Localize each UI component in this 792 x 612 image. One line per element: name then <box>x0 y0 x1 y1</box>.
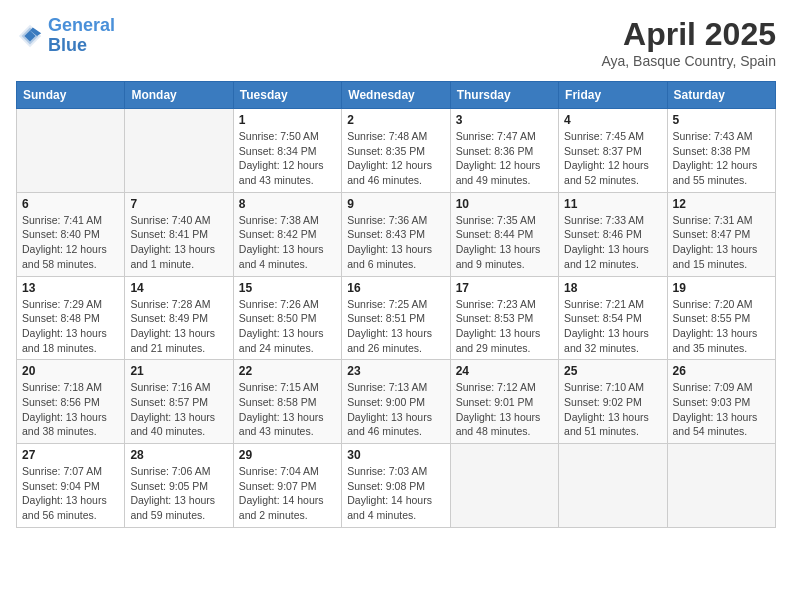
sunset: Sunset: 8:51 PM <box>347 312 425 324</box>
daylight: Daylight: 13 hours and 51 minutes. <box>564 411 649 438</box>
logo-blue: Blue <box>48 35 87 55</box>
sunrise: Sunrise: 7:50 AM <box>239 130 319 142</box>
calendar-cell: 14 Sunrise: 7:28 AM Sunset: 8:49 PM Dayl… <box>125 276 233 360</box>
day-info: Sunrise: 7:28 AM Sunset: 8:49 PM Dayligh… <box>130 297 227 356</box>
logo-icon <box>16 22 44 50</box>
logo-text: General Blue <box>48 16 115 56</box>
day-number: 25 <box>564 364 661 378</box>
daylight: Daylight: 13 hours and 1 minute. <box>130 243 215 270</box>
daylight: Daylight: 13 hours and 48 minutes. <box>456 411 541 438</box>
sunset: Sunset: 8:53 PM <box>456 312 534 324</box>
calendar-cell: 19 Sunrise: 7:20 AM Sunset: 8:55 PM Dayl… <box>667 276 775 360</box>
day-info: Sunrise: 7:12 AM Sunset: 9:01 PM Dayligh… <box>456 380 553 439</box>
sunset: Sunset: 8:35 PM <box>347 145 425 157</box>
calendar-week-row: 1 Sunrise: 7:50 AM Sunset: 8:34 PM Dayli… <box>17 109 776 193</box>
calendar-cell: 12 Sunrise: 7:31 AM Sunset: 8:47 PM Dayl… <box>667 192 775 276</box>
daylight: Daylight: 14 hours and 2 minutes. <box>239 494 324 521</box>
daylight: Daylight: 13 hours and 18 minutes. <box>22 327 107 354</box>
sunset: Sunset: 8:40 PM <box>22 228 100 240</box>
day-info: Sunrise: 7:36 AM Sunset: 8:43 PM Dayligh… <box>347 213 444 272</box>
daylight: Daylight: 13 hours and 46 minutes. <box>347 411 432 438</box>
sunrise: Sunrise: 7:23 AM <box>456 298 536 310</box>
calendar-cell: 17 Sunrise: 7:23 AM Sunset: 8:53 PM Dayl… <box>450 276 558 360</box>
calendar-cell <box>17 109 125 193</box>
calendar-cell: 5 Sunrise: 7:43 AM Sunset: 8:38 PM Dayli… <box>667 109 775 193</box>
calendar-cell: 4 Sunrise: 7:45 AM Sunset: 8:37 PM Dayli… <box>559 109 667 193</box>
calendar-week-row: 20 Sunrise: 7:18 AM Sunset: 8:56 PM Dayl… <box>17 360 776 444</box>
daylight: Daylight: 13 hours and 54 minutes. <box>673 411 758 438</box>
day-info: Sunrise: 7:33 AM Sunset: 8:46 PM Dayligh… <box>564 213 661 272</box>
daylight: Daylight: 12 hours and 52 minutes. <box>564 159 649 186</box>
calendar-cell: 22 Sunrise: 7:15 AM Sunset: 8:58 PM Dayl… <box>233 360 341 444</box>
sunrise: Sunrise: 7:10 AM <box>564 381 644 393</box>
weekday-header-row: SundayMondayTuesdayWednesdayThursdayFrid… <box>17 82 776 109</box>
calendar-cell: 3 Sunrise: 7:47 AM Sunset: 8:36 PM Dayli… <box>450 109 558 193</box>
daylight: Daylight: 13 hours and 12 minutes. <box>564 243 649 270</box>
sunset: Sunset: 9:05 PM <box>130 480 208 492</box>
weekday-header: Sunday <box>17 82 125 109</box>
day-number: 27 <box>22 448 119 462</box>
weekday-header: Monday <box>125 82 233 109</box>
calendar-cell: 6 Sunrise: 7:41 AM Sunset: 8:40 PM Dayli… <box>17 192 125 276</box>
daylight: Daylight: 13 hours and 26 minutes. <box>347 327 432 354</box>
day-number: 2 <box>347 113 444 127</box>
sunset: Sunset: 8:49 PM <box>130 312 208 324</box>
day-number: 22 <box>239 364 336 378</box>
day-number: 29 <box>239 448 336 462</box>
sunrise: Sunrise: 7:16 AM <box>130 381 210 393</box>
calendar-cell: 2 Sunrise: 7:48 AM Sunset: 8:35 PM Dayli… <box>342 109 450 193</box>
sunrise: Sunrise: 7:48 AM <box>347 130 427 142</box>
calendar-cell: 9 Sunrise: 7:36 AM Sunset: 8:43 PM Dayli… <box>342 192 450 276</box>
weekday-header: Tuesday <box>233 82 341 109</box>
logo: General Blue <box>16 16 115 56</box>
sunset: Sunset: 8:38 PM <box>673 145 751 157</box>
day-info: Sunrise: 7:38 AM Sunset: 8:42 PM Dayligh… <box>239 213 336 272</box>
day-number: 6 <box>22 197 119 211</box>
sunset: Sunset: 8:56 PM <box>22 396 100 408</box>
sunrise: Sunrise: 7:38 AM <box>239 214 319 226</box>
title-block: April 2025 Aya, Basque Country, Spain <box>601 16 776 69</box>
daylight: Daylight: 12 hours and 43 minutes. <box>239 159 324 186</box>
calendar-cell: 10 Sunrise: 7:35 AM Sunset: 8:44 PM Dayl… <box>450 192 558 276</box>
day-info: Sunrise: 7:23 AM Sunset: 8:53 PM Dayligh… <box>456 297 553 356</box>
daylight: Daylight: 13 hours and 43 minutes. <box>239 411 324 438</box>
day-info: Sunrise: 7:06 AM Sunset: 9:05 PM Dayligh… <box>130 464 227 523</box>
daylight: Daylight: 13 hours and 59 minutes. <box>130 494 215 521</box>
sunset: Sunset: 9:03 PM <box>673 396 751 408</box>
sunset: Sunset: 8:47 PM <box>673 228 751 240</box>
sunset: Sunset: 8:36 PM <box>456 145 534 157</box>
weekday-header: Thursday <box>450 82 558 109</box>
sunrise: Sunrise: 7:09 AM <box>673 381 753 393</box>
calendar-cell: 30 Sunrise: 7:03 AM Sunset: 9:08 PM Dayl… <box>342 444 450 528</box>
day-info: Sunrise: 7:18 AM Sunset: 8:56 PM Dayligh… <box>22 380 119 439</box>
calendar-cell: 11 Sunrise: 7:33 AM Sunset: 8:46 PM Dayl… <box>559 192 667 276</box>
day-number: 8 <box>239 197 336 211</box>
daylight: Daylight: 12 hours and 55 minutes. <box>673 159 758 186</box>
day-info: Sunrise: 7:16 AM Sunset: 8:57 PM Dayligh… <box>130 380 227 439</box>
sunrise: Sunrise: 7:25 AM <box>347 298 427 310</box>
day-number: 14 <box>130 281 227 295</box>
sunrise: Sunrise: 7:13 AM <box>347 381 427 393</box>
sunrise: Sunrise: 7:18 AM <box>22 381 102 393</box>
sunset: Sunset: 8:55 PM <box>673 312 751 324</box>
day-info: Sunrise: 7:35 AM Sunset: 8:44 PM Dayligh… <box>456 213 553 272</box>
daylight: Daylight: 12 hours and 46 minutes. <box>347 159 432 186</box>
day-number: 3 <box>456 113 553 127</box>
sunset: Sunset: 9:02 PM <box>564 396 642 408</box>
sunset: Sunset: 8:34 PM <box>239 145 317 157</box>
day-info: Sunrise: 7:03 AM Sunset: 9:08 PM Dayligh… <box>347 464 444 523</box>
sunset: Sunset: 8:50 PM <box>239 312 317 324</box>
calendar-cell <box>667 444 775 528</box>
calendar-cell: 23 Sunrise: 7:13 AM Sunset: 9:00 PM Dayl… <box>342 360 450 444</box>
sunrise: Sunrise: 7:29 AM <box>22 298 102 310</box>
daylight: Daylight: 13 hours and 35 minutes. <box>673 327 758 354</box>
sunrise: Sunrise: 7:20 AM <box>673 298 753 310</box>
calendar-week-row: 27 Sunrise: 7:07 AM Sunset: 9:04 PM Dayl… <box>17 444 776 528</box>
day-info: Sunrise: 7:04 AM Sunset: 9:07 PM Dayligh… <box>239 464 336 523</box>
daylight: Daylight: 13 hours and 32 minutes. <box>564 327 649 354</box>
day-number: 11 <box>564 197 661 211</box>
sunset: Sunset: 9:08 PM <box>347 480 425 492</box>
sunset: Sunset: 8:54 PM <box>564 312 642 324</box>
calendar-cell: 13 Sunrise: 7:29 AM Sunset: 8:48 PM Dayl… <box>17 276 125 360</box>
sunrise: Sunrise: 7:45 AM <box>564 130 644 142</box>
